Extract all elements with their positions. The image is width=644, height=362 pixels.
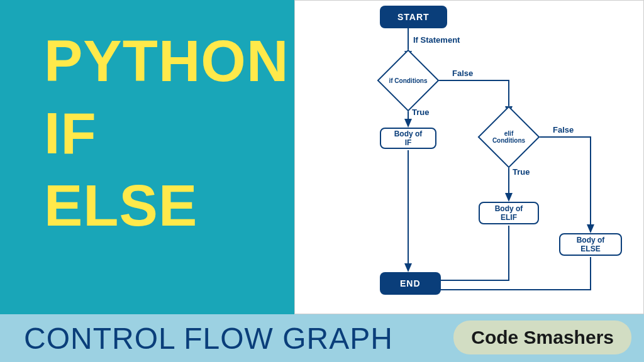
left-title-panel: PYTHON IF ELSE	[0, 0, 294, 314]
elif-condition-diamond: elif Conditions	[487, 115, 531, 159]
brand-badge: Code Smashers	[453, 321, 631, 354]
footer-heading: CONTROL FLOW GRAPH	[24, 321, 393, 356]
flow-end-node: END	[380, 272, 441, 295]
label-true-2: True	[513, 167, 530, 177]
label-false-1: False	[452, 69, 473, 78]
main-area: PYTHON IF ELSE	[0, 0, 644, 314]
slide-container: PYTHON IF ELSE	[0, 0, 644, 362]
flowchart-panel: START If Statement if Conditions False T…	[294, 0, 644, 314]
body-of-else-node: Body of ELSE	[559, 233, 622, 256]
flowchart-connectors	[295, 1, 644, 315]
body-of-if-node: Body of IF	[380, 128, 436, 149]
body-of-elif-node: Body of ELIF	[479, 202, 539, 224]
if-condition-text: if Conditions	[389, 77, 428, 84]
elif-condition-text: elif Conditions	[489, 130, 528, 144]
title-line-1: PYTHON	[44, 25, 294, 97]
label-false-2: False	[553, 125, 574, 134]
label-true-1: True	[412, 107, 429, 117]
label-if-statement: If Statement	[413, 35, 460, 45]
title-line-3: ELSE	[44, 170, 294, 242]
footer-bar: CONTROL FLOW GRAPH Code Smashers	[0, 314, 644, 362]
flow-start-node: START	[380, 6, 447, 28]
flowchart: START If Statement if Conditions False T…	[295, 1, 643, 314]
main-title: PYTHON IF ELSE	[44, 25, 294, 242]
title-line-2: IF	[44, 97, 294, 170]
if-condition-diamond: if Conditions	[386, 58, 430, 102]
